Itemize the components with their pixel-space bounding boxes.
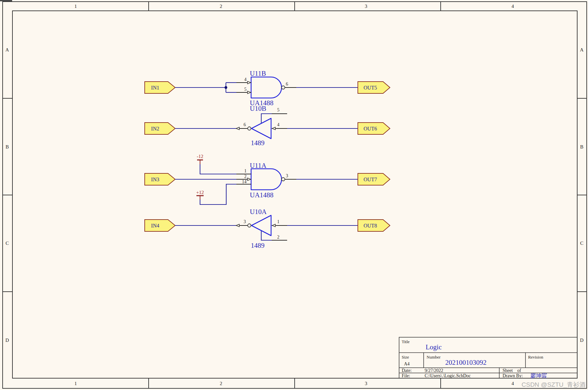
port-out7-label: OUT7 bbox=[364, 177, 377, 182]
gate-u11b-designator: U11B bbox=[250, 69, 266, 77]
col-label-2-top: 2 bbox=[220, 4, 222, 9]
power-neg12-label: -12 bbox=[197, 154, 203, 159]
power-pos12-label: +12 bbox=[196, 190, 204, 195]
port-out5[interactable]: OUT5 bbox=[358, 82, 390, 93]
gate-u11a-designator: U11A bbox=[250, 162, 266, 169]
pin-number: 1 bbox=[244, 168, 247, 173]
inner-border bbox=[12, 11, 577, 378]
port-in1[interactable]: IN1 bbox=[145, 82, 175, 93]
date-label: Date: bbox=[402, 368, 412, 373]
pin-number: 3 bbox=[286, 173, 288, 178]
row-label-b-left: B bbox=[6, 144, 9, 149]
number-label: Number bbox=[427, 355, 441, 360]
row-label-c-right: C bbox=[580, 241, 583, 246]
sheet-of-label: of bbox=[517, 368, 521, 373]
pin-arrow-icon bbox=[272, 224, 275, 227]
schematic-sheet: 1 2 3 4 1 2 3 4 A B C D A B C D IN1 U11B bbox=[0, 0, 588, 390]
row-label-a-left: A bbox=[6, 47, 9, 52]
pin-number: 2 bbox=[277, 235, 280, 240]
port-in3-label: IN3 bbox=[151, 177, 159, 182]
title-label: Title bbox=[402, 339, 410, 344]
port-in2[interactable]: IN2 bbox=[145, 123, 175, 134]
col-label-1-top: 1 bbox=[74, 4, 77, 9]
drawn-by-label: Drawn By: bbox=[503, 373, 523, 378]
csdn-watermark: CSDN @SZTU_青衫酒 bbox=[522, 381, 586, 388]
pin-number: 6 bbox=[286, 82, 288, 87]
drawn-by-value: 廖坤宸 bbox=[530, 373, 547, 379]
gate-u11a-part: UA1488 bbox=[250, 191, 273, 199]
sheet-label: Sheet bbox=[503, 368, 513, 373]
file-label: File: bbox=[402, 373, 410, 378]
wires-row1[interactable] bbox=[175, 83, 358, 92]
date-value: 9/27/2022 bbox=[425, 368, 443, 373]
outer-border bbox=[3, 2, 587, 388]
title-block: Title Logic Size A4 Number 202100103092 … bbox=[399, 337, 577, 379]
inversion-bubble bbox=[282, 178, 285, 181]
col-label-2-bottom: 2 bbox=[220, 381, 222, 386]
file-path: C:\Users\.\Logic.SchDoc bbox=[425, 373, 471, 378]
col-label-3-top: 3 bbox=[365, 4, 367, 9]
port-out7[interactable]: OUT7 bbox=[358, 173, 390, 185]
size-label: Size bbox=[402, 355, 409, 360]
col-label-1-bottom: 1 bbox=[74, 381, 77, 386]
pin-number: 2 bbox=[244, 174, 247, 179]
pin-number: 3 bbox=[244, 219, 246, 224]
port-in4-label: IN4 bbox=[151, 223, 159, 228]
inversion-bubble bbox=[282, 86, 285, 89]
port-out5-label: OUT5 bbox=[364, 85, 377, 90]
pin-arrow-icon bbox=[248, 81, 251, 84]
port-out6[interactable]: OUT6 bbox=[358, 123, 390, 134]
row-label-b-right: B bbox=[580, 144, 583, 149]
pin-number: 5 bbox=[277, 107, 280, 112]
size-value: A4 bbox=[404, 361, 410, 366]
port-in4[interactable]: IN4 bbox=[145, 220, 175, 231]
pin-arrow-icon bbox=[272, 127, 275, 130]
port-out6-label: OUT6 bbox=[364, 126, 377, 131]
gate-u10b[interactable]: U10B 6 4 5 1489 bbox=[236, 105, 287, 147]
gate-u10b-part: 1489 bbox=[251, 139, 265, 147]
pin-arrow-icon bbox=[236, 224, 239, 227]
col-label-4-bottom: 4 bbox=[511, 381, 514, 386]
nand-gate-body[interactable] bbox=[251, 77, 282, 98]
inversion-bubble bbox=[248, 224, 251, 227]
schematic-svg: 1 2 3 4 1 2 3 4 A B C D A B C D IN1 U11B bbox=[0, 0, 588, 390]
inversion-bubble bbox=[248, 127, 251, 130]
port-in1-label: IN1 bbox=[151, 85, 159, 90]
power-port-pos12[interactable]: +12 bbox=[196, 190, 204, 200]
col-label-4-top: 4 bbox=[511, 4, 514, 9]
port-in3[interactable]: IN3 bbox=[145, 173, 175, 185]
screen-edge-artifact bbox=[0, 0, 12, 1]
revision-label: Revision bbox=[528, 355, 543, 360]
gate-u10a-part: 1489 bbox=[251, 242, 265, 249]
pin-arrow-icon bbox=[248, 91, 251, 94]
power-port-neg12[interactable]: -12 bbox=[197, 154, 203, 164]
row-label-d-right: D bbox=[580, 338, 584, 343]
nand-gate-body[interactable] bbox=[251, 169, 282, 190]
port-out8-label: OUT8 bbox=[364, 223, 377, 228]
gate-u10b-designator: U10B bbox=[250, 105, 266, 112]
pin-arrow-icon bbox=[236, 127, 239, 130]
wire[interactable] bbox=[200, 164, 236, 174]
pin-number: 4 bbox=[277, 122, 280, 127]
pin-number: 6 bbox=[244, 122, 246, 127]
gate-u11a[interactable]: U11A 1 2 14 3 UA1488 bbox=[236, 162, 296, 199]
number-value: 202100103092 bbox=[445, 359, 487, 366]
wire[interactable] bbox=[200, 184, 236, 205]
pin-number: 14 bbox=[242, 179, 247, 184]
pin-number: 1 bbox=[277, 219, 280, 224]
port-out8[interactable]: OUT8 bbox=[358, 220, 390, 231]
row-label-a-right: A bbox=[580, 47, 584, 52]
wire-junction bbox=[225, 86, 227, 89]
pin-number: 5 bbox=[244, 87, 247, 92]
gate-u11b[interactable]: U11B 4 5 6 UA1488 bbox=[236, 69, 296, 107]
row-label-d-left: D bbox=[6, 338, 9, 343]
gate-u10a[interactable]: U10A 3 1 2 1489 bbox=[236, 208, 287, 249]
pin-number: 4 bbox=[244, 77, 247, 82]
port-in2-label: IN2 bbox=[151, 126, 159, 131]
col-label-3-bottom: 3 bbox=[365, 381, 367, 386]
gate-u10a-designator: U10A bbox=[250, 208, 267, 216]
row-label-c-left: C bbox=[6, 241, 9, 246]
sheet-title: Logic bbox=[426, 343, 442, 351]
pin-arrow-icon bbox=[248, 178, 251, 181]
sheet-frame: 1 2 3 4 1 2 3 4 A B C D A B C D bbox=[0, 0, 587, 388]
